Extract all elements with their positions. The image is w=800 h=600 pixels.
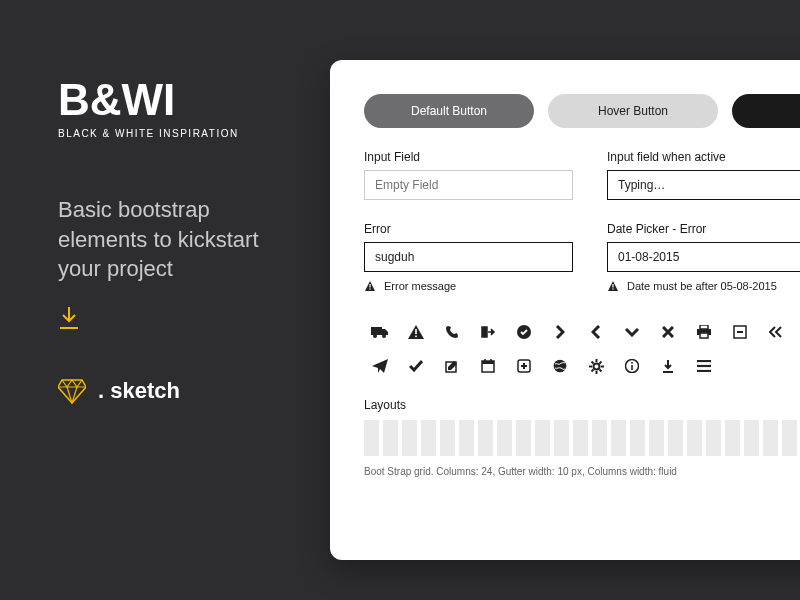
date-picker-error[interactable]: [607, 242, 800, 272]
default-button[interactable]: Default Button: [364, 94, 534, 128]
chevron-down-icon: [625, 327, 639, 337]
svg-line-33: [591, 369, 593, 371]
date-picker-label: Date Picker - Error: [607, 222, 800, 236]
info-icon: [625, 359, 639, 373]
edit-icon: [445, 359, 459, 373]
input-field-error[interactable]: [364, 242, 573, 272]
active-button[interactable]: Active: [732, 94, 800, 128]
svg-rect-13: [700, 333, 708, 338]
svg-line-30: [591, 361, 593, 363]
error-label: Error: [364, 222, 573, 236]
date-error-message: Date must be after 05-08-2015: [627, 280, 777, 292]
download-alt-icon: [661, 359, 675, 373]
input-field-label: Input Field: [364, 150, 573, 164]
warning-triangle-icon: [408, 325, 424, 339]
input-field-active[interactable]: [607, 170, 800, 200]
tagline-text: Basic bootstrap elements to kickstart yo…: [58, 195, 278, 284]
layouts-heading: Layouts: [364, 398, 800, 412]
svg-point-7: [382, 334, 386, 338]
globe-icon: [553, 359, 567, 373]
input-active-label: Input field when active: [607, 150, 800, 164]
warning-icon: [364, 280, 376, 292]
chevron-left-icon: [591, 325, 601, 339]
menu-icon: [697, 360, 711, 372]
svg-rect-9: [415, 336, 417, 338]
svg-line-31: [599, 369, 601, 371]
check-circle-icon: [517, 325, 531, 339]
hover-button[interactable]: Hover Button: [548, 94, 718, 128]
sketch-label: . sketch: [98, 378, 180, 404]
calendar-icon: [481, 359, 495, 373]
svg-point-6: [373, 334, 377, 338]
svg-rect-8: [415, 329, 417, 334]
svg-rect-35: [631, 365, 633, 370]
svg-point-25: [593, 363, 599, 369]
svg-rect-18: [482, 361, 494, 364]
chevron-right-icon: [555, 325, 565, 339]
svg-rect-36: [631, 362, 633, 364]
check-icon: [409, 360, 423, 372]
error-message: Error message: [384, 280, 456, 292]
grid-caption: Boot Strap grid. Columns: 24, Gutter wid…: [364, 466, 800, 477]
print-icon: [696, 325, 712, 339]
svg-rect-1: [369, 284, 370, 288]
svg-rect-11: [700, 325, 708, 329]
brand-subtitle: BLACK & WHITE INSPIRATION: [58, 128, 278, 139]
icon-grid: [364, 318, 800, 380]
svg-rect-3: [612, 284, 613, 288]
ui-kit-card: Default Button Hover Button Active Input…: [330, 60, 800, 560]
angle-double-left-icon: [769, 326, 783, 338]
svg-rect-5: [371, 327, 382, 335]
svg-rect-4: [612, 288, 613, 289]
svg-rect-2: [369, 288, 370, 289]
download-icon[interactable]: [58, 306, 278, 330]
plus-square-icon: [517, 359, 531, 373]
sketch-diamond-icon: [58, 378, 86, 404]
phone-icon: [445, 325, 459, 339]
paper-plane-icon: [372, 359, 388, 373]
close-icon: [662, 326, 674, 338]
svg-point-24: [554, 360, 567, 373]
svg-line-32: [599, 361, 601, 363]
minus-square-icon: [733, 325, 747, 339]
brand-logo: B&WI: [58, 78, 278, 122]
gear-icon: [589, 359, 604, 374]
truck-icon: [371, 325, 389, 339]
sign-out-icon: [480, 325, 496, 339]
warning-icon: [607, 280, 619, 292]
input-field-empty[interactable]: [364, 170, 573, 200]
grid-columns-preview: [364, 420, 800, 456]
